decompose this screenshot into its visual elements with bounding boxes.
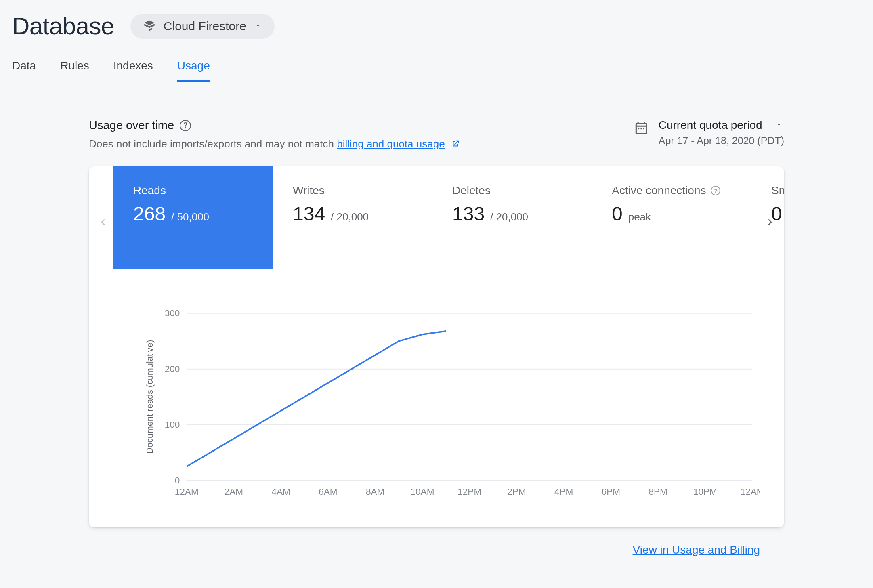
svg-text:4PM: 4PM [554, 487, 573, 497]
metric-limit: / 20,000 [331, 211, 369, 223]
date-range-selector[interactable]: Current quota period Apr 17 - Apr 18, 20… [659, 119, 784, 147]
svg-text:0: 0 [175, 475, 180, 485]
view-usage-billing-link[interactable]: View in Usage and Billing [633, 544, 760, 556]
quota-period-label: Current quota period [659, 119, 762, 132]
metric-strip: Reads 268 / 50,000 Writes 134 / 20,000 D… [89, 166, 784, 269]
metric-label: Active connections [612, 184, 706, 197]
svg-text:10AM: 10AM [411, 487, 434, 497]
external-link-icon [451, 139, 460, 147]
help-icon[interactable]: ? [711, 186, 720, 195]
metric-label: Snapshot listeners [771, 184, 784, 197]
tab-usage[interactable]: Usage [177, 59, 210, 82]
metric-active-connections[interactable]: Active connections ? 0 peak [592, 166, 751, 269]
tabs: Data Rules Indexes Usage [0, 40, 873, 82]
date-range-text: Apr 17 - Apr 18, 2020 (PDT) [659, 135, 784, 147]
svg-text:2PM: 2PM [507, 487, 526, 497]
tab-rules[interactable]: Rules [60, 59, 89, 82]
usage-subtitle: Does not include imports/exports and may… [89, 138, 460, 150]
metric-deletes[interactable]: Deletes 133 / 20,000 [432, 166, 592, 269]
caret-down-icon [254, 21, 262, 32]
metric-label: Deletes [452, 184, 571, 197]
svg-text:12AM: 12AM [175, 487, 199, 497]
metric-writes[interactable]: Writes 134 / 20,000 [273, 166, 432, 269]
svg-text:2AM: 2AM [225, 487, 243, 497]
metric-limit: / 50,000 [171, 211, 209, 223]
reads-chart: 010020030012AM2AM4AM6AM8AM10AM12PM2PM4PM… [137, 306, 760, 503]
metric-prev-button[interactable] [94, 215, 111, 232]
svg-rect-2 [643, 128, 644, 129]
database-selector-label: Cloud Firestore [164, 19, 246, 33]
svg-text:4AM: 4AM [272, 487, 290, 497]
caret-down-icon [774, 120, 783, 130]
billing-quota-link[interactable]: billing and quota usage [337, 138, 445, 150]
metric-label: Reads [133, 184, 252, 197]
page-title: Database [12, 12, 114, 40]
svg-text:200: 200 [165, 364, 180, 374]
svg-text:6PM: 6PM [602, 487, 620, 497]
svg-text:100: 100 [165, 420, 180, 430]
svg-rect-1 [640, 128, 642, 129]
metric-value: 134 [293, 203, 325, 225]
metric-suffix: peak [628, 211, 651, 223]
svg-text:Document reads (cumulative): Document reads (cumulative) [145, 340, 155, 454]
metric-next-button[interactable] [762, 215, 779, 232]
metric-reads[interactable]: Reads 268 / 50,000 [113, 166, 273, 269]
svg-text:6AM: 6AM [319, 487, 337, 497]
svg-text:8AM: 8AM [366, 487, 384, 497]
svg-text:12AM: 12AM [741, 487, 760, 497]
usage-card: Reads 268 / 50,000 Writes 134 / 20,000 D… [89, 166, 784, 527]
svg-text:300: 300 [165, 308, 180, 318]
metric-limit: / 20,000 [490, 211, 528, 223]
chart-area: 010020030012AM2AM4AM6AM8AM10AM12PM2PM4PM… [89, 269, 784, 527]
svg-text:8PM: 8PM [649, 487, 667, 497]
calendar-icon [634, 120, 649, 137]
tab-data[interactable]: Data [12, 59, 36, 82]
metric-value: 133 [452, 203, 485, 225]
usage-subtitle-prefix: Does not include imports/exports and may… [89, 138, 337, 150]
svg-text:12PM: 12PM [457, 487, 481, 497]
firestore-icon [143, 19, 156, 33]
svg-rect-0 [638, 128, 639, 129]
metric-value: 268 [133, 203, 166, 225]
svg-text:10PM: 10PM [693, 487, 717, 497]
tab-indexes[interactable]: Indexes [113, 59, 153, 82]
metric-label: Writes [293, 184, 412, 197]
usage-over-time-title: Usage over time [89, 119, 174, 132]
metric-value: 0 [612, 203, 623, 225]
help-icon[interactable]: ? [180, 120, 191, 131]
database-selector[interactable]: Cloud Firestore [130, 14, 275, 39]
